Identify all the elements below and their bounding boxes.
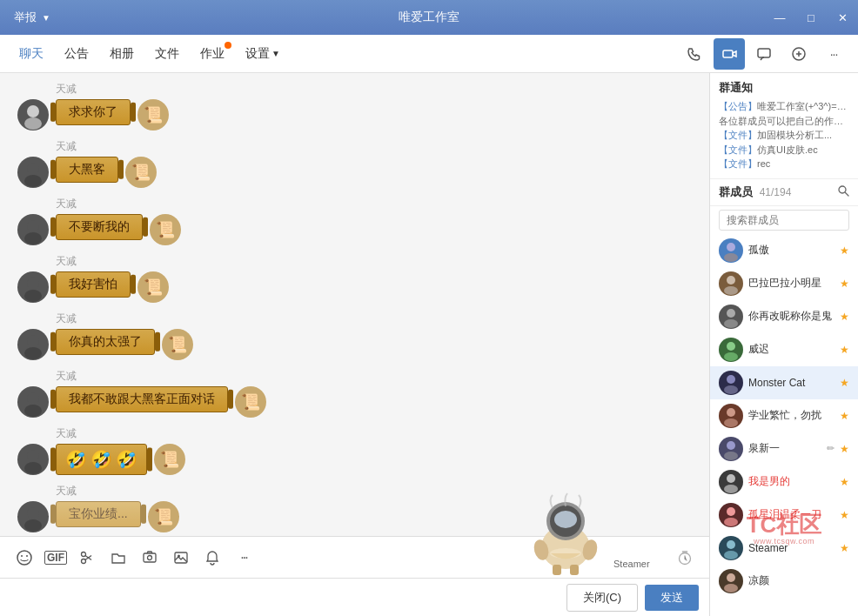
close-button[interactable]: 关闭(C) bbox=[566, 584, 638, 612]
scissors-btn[interactable] bbox=[73, 544, 101, 572]
member-name-5: 学业繁忙，勿扰 bbox=[748, 408, 835, 423]
svg-point-9 bbox=[27, 278, 39, 290]
msg-sender-2: 天减 bbox=[56, 139, 692, 154]
member-name-8: 孤星泪温柔一刀 bbox=[748, 507, 835, 522]
member-search-input[interactable] bbox=[719, 210, 849, 231]
maximize-button[interactable]: □ bbox=[795, 0, 827, 35]
svg-point-44 bbox=[724, 418, 738, 427]
svg-point-3 bbox=[27, 105, 39, 117]
parchment-msg-4: 我好害怕 bbox=[56, 271, 131, 298]
more-toolbar-btn[interactable]: ··· bbox=[230, 544, 258, 572]
msg-sender-7: 天减 bbox=[56, 426, 692, 441]
chat-messages: 天减 求求你了 📜 天减 bbox=[0, 73, 709, 536]
close-button[interactable]: ✕ bbox=[827, 0, 858, 35]
member-item-1[interactable]: 巴拉巴拉小明星 ★ bbox=[710, 267, 858, 300]
parchment-msg-5: 你真的太强了 bbox=[56, 329, 155, 355]
bubble-8: 宝你业绩... bbox=[56, 501, 141, 527]
member-item-9[interactable]: Steamer ★ bbox=[710, 532, 858, 565]
message-group-6: 天减 我都不敢跟大黑客正面对话 📜 bbox=[17, 369, 692, 418]
member-star-2: ★ bbox=[840, 311, 849, 323]
svg-point-42 bbox=[724, 385, 738, 394]
avatar-8 bbox=[17, 501, 49, 532]
svg-point-41 bbox=[727, 375, 735, 384]
avatar-scroll-4: 📜 bbox=[137, 271, 169, 303]
avatar-5 bbox=[17, 329, 49, 360]
msg-sender-1: 天减 bbox=[56, 82, 692, 97]
avatar-2 bbox=[17, 157, 49, 188]
member-item-4[interactable]: Monster Cat ★ bbox=[710, 366, 858, 399]
member-item-7[interactable]: 我是男的 ★ bbox=[710, 465, 858, 499]
avatar-scroll-3: 📜 bbox=[150, 214, 181, 245]
parchment-msg-1: 求求你了 bbox=[56, 99, 131, 125]
window-title: 唯爱工作室 bbox=[399, 10, 459, 25]
nav-bar: 聊天 公告 相册 文件 作业 设置 ▼ bbox=[0, 35, 858, 73]
nav-item-notice[interactable]: 公告 bbox=[54, 35, 99, 73]
nav-item-homework[interactable]: 作业 bbox=[190, 35, 235, 73]
gif-btn[interactable]: GIF bbox=[42, 544, 70, 572]
nav-item-files[interactable]: 文件 bbox=[144, 35, 190, 73]
chat-icon-btn[interactable] bbox=[748, 38, 780, 70]
notice-item-5: 【文件】rec bbox=[719, 157, 849, 171]
member-avatar-8 bbox=[719, 503, 743, 527]
parchment-msg-2: 大黑客 bbox=[56, 157, 118, 183]
msg-row-6: 我都不敢跟大黑客正面对话 📜 bbox=[17, 386, 692, 418]
svg-point-53 bbox=[727, 573, 735, 582]
member-search-icon[interactable] bbox=[837, 184, 849, 199]
nav-item-chat[interactable]: 聊天 bbox=[9, 35, 54, 73]
svg-point-51 bbox=[727, 540, 735, 549]
avatar-7 bbox=[17, 444, 49, 475]
member-item-5[interactable]: 学业繁忙，勿扰 ★ bbox=[710, 399, 858, 432]
time-btn[interactable] bbox=[671, 544, 699, 572]
msg-row-4: 我好害怕 📜 bbox=[17, 271, 692, 303]
bell-btn[interactable] bbox=[198, 544, 226, 572]
member-item-3[interactable]: 威迟 ★ bbox=[710, 333, 858, 366]
member-star-9: ★ bbox=[840, 542, 849, 554]
send-button[interactable]: 发送 bbox=[645, 585, 699, 611]
emoji-btn[interactable] bbox=[10, 544, 38, 572]
avatar-scroll-5: 📜 bbox=[162, 329, 193, 360]
nav-item-album[interactable]: 相册 bbox=[99, 35, 144, 73]
nav-item-settings[interactable]: 设置 ▼ bbox=[235, 35, 291, 73]
member-avatar-4 bbox=[719, 371, 743, 395]
report-dropdown-icon[interactable]: ▼ bbox=[42, 13, 50, 23]
member-star-3: ★ bbox=[840, 344, 849, 356]
avatar-scroll-8: 📜 bbox=[148, 501, 179, 532]
member-item-0[interactable]: 孤傲 ★ bbox=[710, 234, 858, 267]
member-item-6[interactable]: 泉新一 ✏ ★ bbox=[710, 432, 858, 465]
svg-point-23 bbox=[82, 559, 86, 563]
member-item-2[interactable]: 你再改昵称你是鬼 ★ bbox=[710, 300, 858, 333]
svg-point-48 bbox=[724, 485, 738, 493]
member-star-6: ★ bbox=[840, 443, 849, 455]
svg-point-46 bbox=[724, 452, 738, 460]
member-avatar-3 bbox=[719, 338, 743, 362]
svg-point-31 bbox=[839, 186, 846, 193]
member-item-10[interactable]: 凉颜 bbox=[710, 565, 858, 598]
message-group-5: 天减 你真的太强了 📜 bbox=[17, 311, 692, 360]
minimize-button[interactable]: — bbox=[764, 0, 795, 35]
svg-point-35 bbox=[727, 276, 735, 285]
svg-point-33 bbox=[727, 243, 735, 251]
main-content: 天减 求求你了 📜 天减 bbox=[0, 73, 858, 616]
image-btn[interactable] bbox=[167, 544, 195, 572]
sidebar-notice: 群通知 【公告】唯爱工作室(+^3^)=已经定期许之家人注了 各位群成员可以把自… bbox=[710, 73, 858, 179]
add-icon-btn[interactable] bbox=[783, 38, 814, 70]
emoji-msg-7: 🤣 🤣 🤣 bbox=[56, 444, 147, 475]
folder-btn[interactable] bbox=[104, 544, 132, 572]
msg-sender-4: 天减 bbox=[56, 254, 692, 269]
msg-sender-6: 天减 bbox=[56, 369, 692, 384]
bubble-6: 我都不敢跟大黑客正面对话 bbox=[56, 386, 228, 412]
svg-point-10 bbox=[24, 290, 42, 302]
member-item-8[interactable]: 孤星泪温柔一刀 ★ bbox=[710, 499, 858, 532]
member-name-0: 孤傲 bbox=[748, 243, 835, 258]
video-icon-btn[interactable] bbox=[714, 38, 745, 70]
svg-point-54 bbox=[724, 584, 738, 593]
member-star-8: ★ bbox=[840, 509, 849, 521]
screenshot-btn[interactable] bbox=[136, 544, 164, 572]
member-avatar-7 bbox=[719, 470, 743, 494]
svg-point-5 bbox=[27, 163, 39, 175]
svg-point-39 bbox=[727, 342, 735, 351]
report-text[interactable]: 举报 bbox=[14, 10, 37, 25]
more-icon-btn[interactable]: ··· bbox=[818, 38, 849, 70]
member-name-6: 泉新一 bbox=[748, 441, 821, 456]
phone-icon-btn[interactable] bbox=[679, 38, 710, 70]
